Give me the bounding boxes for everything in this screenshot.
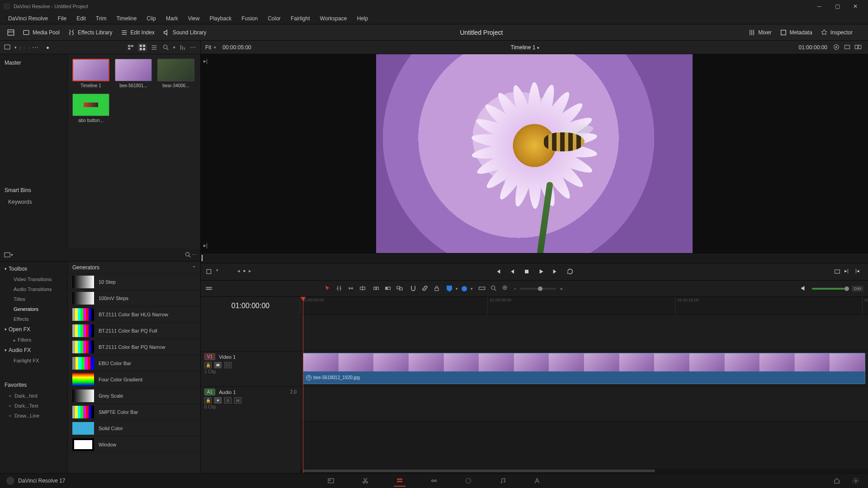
first-frame-button[interactable] [494,268,502,276]
menu-fairlight[interactable]: Fairlight [286,14,315,23]
overwrite-clip-icon[interactable] [384,285,392,293]
favorite-item[interactable]: Dark...Text [0,401,67,411]
view-thumb-icon[interactable] [138,43,147,52]
nav-back-icon[interactable]: ‹ [24,45,25,50]
video-transitions[interactable]: Video Transitions [0,274,67,284]
playhead[interactable] [303,297,303,473]
zoom-fit[interactable]: Fit [205,44,211,51]
v1-lock-toggle[interactable] [204,362,212,368]
fx-search-icon[interactable] [184,251,192,258]
fairlight-fx[interactable]: Fairlight FX [0,356,67,366]
overlay-chev-icon[interactable]: ▾ [216,268,218,276]
master-bin[interactable]: Master [0,57,67,69]
transform-overlay-icon[interactable] [205,268,213,276]
timeline-clip[interactable]: ⟳ bee-5618012_1920.jpg [303,353,865,384]
media-page[interactable] [325,475,337,487]
insert-clip-icon[interactable] [373,285,381,293]
v1-lane[interactable]: ⟳ bee-5618012_1920.jpg [300,351,868,386]
menu-mark[interactable]: Mark [161,14,183,23]
cut-page[interactable] [359,475,371,487]
dynamic-trim-tool[interactable] [347,285,355,293]
keywords-bin[interactable]: Keywords [0,196,67,208]
a1-badge[interactable]: A1 [204,389,215,395]
generator-item[interactable]: Solid Color [68,420,200,436]
wide-zoom-icon[interactable] [478,285,486,293]
generator-item[interactable]: Window [68,436,200,453]
chevron-down-icon[interactable]: ▾ [14,45,17,50]
zoom-slider[interactable] [520,288,556,290]
nav-fwd-icon[interactable]: › [28,45,30,50]
trim-tool[interactable] [335,285,344,293]
search-icon[interactable] [161,43,170,52]
single-viewer-icon[interactable] [844,43,853,52]
generator-item[interactable]: EBU Color Bar [68,355,200,371]
titles[interactable]: Titles [0,294,67,304]
edit-index-button[interactable]: Edit Index [118,28,157,38]
generators[interactable]: Generators [0,304,67,314]
a1-solo-toggle[interactable]: S [224,397,231,404]
menu-trim[interactable]: Trim [91,14,111,23]
metadata-button[interactable]: Metadata [777,28,815,38]
generator-item[interactable]: BT.2111 Color Bar PQ Full [68,323,200,339]
menu-app[interactable]: DaVinci Resolve [4,14,52,23]
timeline-view-icon[interactable] [205,285,213,293]
smart-bins-header[interactable]: Smart Bins [0,184,67,196]
generator-item[interactable]: SMPTE Color Bar [68,404,200,420]
volume-icon[interactable] [800,285,808,293]
generator-item[interactable]: 100mV Steps [68,290,200,306]
marker-icon[interactable] [462,286,467,291]
clip-item[interactable]: Timeline 1 [72,59,109,88]
a1-lock-toggle[interactable] [204,397,212,404]
menu-help[interactable]: Help [352,14,373,23]
custom-zoom-icon[interactable] [502,285,510,293]
expand-viewer-top-icon[interactable]: ▸| [203,58,211,65]
fusion-page[interactable] [428,475,440,487]
zoom-out-icon[interactable]: − [514,286,516,291]
goto-out-icon[interactable]: |◂ [855,268,863,276]
layout-button[interactable] [5,28,17,38]
options-icon[interactable]: ⋯ [32,44,39,51]
selection-tool[interactable] [324,285,332,293]
toolbox-category[interactable]: ▾Toolbox [0,263,67,274]
menu-file[interactable]: File [53,14,71,23]
dim-button[interactable]: DIM [852,286,864,292]
clip-fx-icon[interactable]: ⟳ [306,375,311,380]
fx-list-header[interactable]: Generators⌃ [68,262,200,274]
timeline-timecode[interactable]: 01:00:00:00 [201,297,300,315]
view-list-icon[interactable] [150,43,159,52]
flag-chev-icon[interactable]: ▾ [456,286,458,291]
bypass-icon[interactable] [833,43,842,52]
v1-badge[interactable]: V1 [204,353,215,360]
v1-auto-toggle[interactable] [214,362,222,368]
menu-workspace[interactable]: Workspace [316,14,352,23]
menu-color[interactable]: Color [263,14,285,23]
pool-options-icon[interactable]: ⋯ [190,44,197,51]
menu-playback[interactable]: Playback [205,14,236,23]
prev-edit-icon[interactable]: ◂ [237,268,240,276]
generator-item[interactable]: Four Color Gradient [68,371,200,388]
deliver-page[interactable] [531,475,543,487]
loop-button[interactable] [566,268,575,276]
generator-item[interactable]: Grey Scale [68,388,200,404]
audio-track-header[interactable]: A1 Audio 1 2.0 S M 0 Clip [201,386,300,422]
play-button[interactable] [538,268,546,276]
favorite-item[interactable]: Draw...Line [0,411,67,421]
empty-lane[interactable] [300,315,868,351]
pool-layout-icon[interactable] [4,43,12,52]
timeline-name[interactable]: Timeline 1 ▾ [251,44,799,51]
program-viewer[interactable]: ▸| ▸| [201,54,868,253]
a1-lane[interactable] [300,386,868,422]
filters[interactable]: ▸Filters [0,335,67,345]
clip-item[interactable]: bear-34006... [157,59,194,88]
a1-arm-toggle[interactable] [214,397,222,404]
marker-chev-icon[interactable]: ▾ [471,286,473,291]
dual-viewer-icon[interactable] [854,43,863,52]
goto-in-icon[interactable]: ▸| [844,268,853,276]
home-button[interactable] [831,475,843,487]
a1-mute-toggle[interactable]: M [234,397,241,404]
timeline-ruler[interactable]: 01:00:00:0001:00:08:0001:00:16:0001:00:2… [300,297,868,315]
media-pool-button[interactable]: Media Pool [20,28,62,38]
generator-item[interactable]: 10 Step [68,274,200,290]
menu-edit[interactable]: Edit [72,14,90,23]
zoom-in-icon[interactable]: + [560,286,562,291]
